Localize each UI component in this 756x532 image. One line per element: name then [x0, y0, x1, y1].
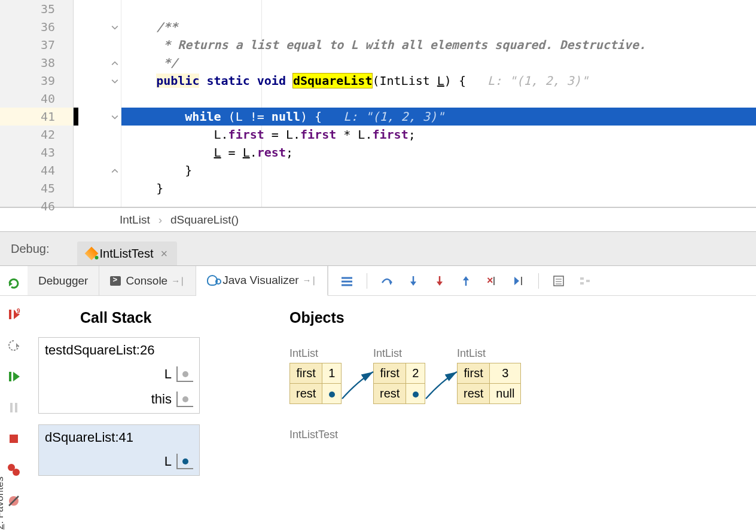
pin-icon[interactable]: →∣	[303, 275, 316, 286]
variable-name: this	[151, 392, 172, 407]
line-number: 40	[0, 90, 73, 108]
pointer-arrows	[289, 309, 756, 532]
tab-console[interactable]: Console→∣	[99, 266, 196, 295]
mute-breakpoints-button[interactable]	[6, 493, 22, 509]
line-number: 45	[0, 179, 73, 197]
line-number: 35	[0, 0, 73, 18]
doc-comment: * Returns a list equal to L with all ele…	[156, 38, 646, 52]
pointer-slot	[176, 392, 193, 407]
resume-program-button[interactable]: 9	[6, 307, 22, 322]
debug-toolbar: Debugger Console→∣ Java Visualizer→∣ ×	[0, 266, 756, 296]
object-type-label: IntList	[373, 347, 402, 360]
svg-marker-28	[13, 372, 20, 381]
run-config-name: IntListTest	[100, 247, 154, 261]
pause-button[interactable]	[6, 400, 22, 415]
show-execution-point-icon[interactable]	[340, 274, 353, 288]
svg-marker-26	[16, 343, 19, 348]
line-number: 37	[0, 36, 73, 54]
frame-title: testdSquareList:26	[39, 338, 199, 363]
fold-end-icon	[111, 59, 118, 66]
fold-toggle-icon[interactable]	[111, 23, 118, 30]
svg-rect-31	[10, 435, 18, 443]
object-type-label: IntList	[289, 347, 318, 360]
pointer-slot	[176, 366, 193, 382]
param: L	[437, 74, 444, 88]
line-number: 43	[0, 143, 73, 161]
evaluate-expression-icon[interactable]	[552, 274, 565, 288]
debug-panel-header: Debug: IntListTest ×	[0, 231, 756, 266]
run-to-cursor-icon[interactable]	[512, 274, 525, 288]
force-step-into-icon[interactable]	[433, 274, 446, 288]
svg-rect-30	[15, 403, 17, 412]
pointer-dot	[329, 392, 335, 398]
object-type-label: IntList	[457, 347, 486, 360]
stop-button[interactable]	[6, 431, 22, 447]
code-area[interactable]: /** * Returns a list equal to L with all…	[121, 0, 756, 207]
stack-frame-active[interactable]: dSquareList:41 L	[38, 424, 200, 476]
line-number: 42	[0, 126, 73, 143]
inline-hint: L: "(1, 2, 3)"	[487, 74, 589, 88]
code-editor[interactable]: 35 36 37 38 39 40 41 42 43 44 45 46 /** …	[0, 0, 756, 207]
coffee-icon	[207, 275, 218, 286]
svg-marker-9	[463, 276, 469, 280]
tab-java-visualizer[interactable]: Java Visualizer→∣	[196, 266, 327, 296]
tab-debugger[interactable]: Debugger	[28, 266, 99, 295]
trace-current-stream-chain-icon[interactable]	[578, 274, 592, 288]
frame-title: dSquareList:41	[39, 425, 199, 450]
run-config-tab[interactable]: IntListTest ×	[77, 241, 178, 265]
keyword: void	[257, 74, 286, 88]
stack-frame[interactable]: testdSquareList:26 L this	[38, 337, 200, 414]
current-execution-line: while (L != null) { L: "(1, 2, 3)"	[121, 108, 756, 126]
svg-rect-29	[10, 403, 13, 412]
svg-marker-7	[437, 282, 443, 286]
resume-button[interactable]	[6, 369, 22, 384]
code-text: ) {	[444, 74, 466, 88]
step-over-icon[interactable]	[380, 274, 394, 288]
pointer-slot	[176, 454, 193, 469]
view-breakpoints-button[interactable]	[6, 462, 22, 478]
rerun-button[interactable]	[6, 276, 22, 291]
fold-end-icon	[111, 166, 118, 173]
console-icon	[110, 276, 121, 286]
fold-toggle-icon[interactable]	[111, 112, 118, 120]
step-out-icon[interactable]	[459, 274, 472, 288]
svg-marker-5	[410, 282, 416, 286]
object-type-label: IntListTest	[289, 429, 338, 441]
svg-rect-22	[9, 310, 11, 319]
line-number: 46	[0, 197, 73, 215]
svg-rect-27	[9, 372, 11, 381]
close-icon[interactable]: ×	[161, 247, 168, 261]
svg-marker-21	[9, 282, 13, 286]
code-text: }	[121, 179, 756, 197]
objects-title: Objects	[289, 309, 745, 326]
debug-actions-column: 9	[0, 236, 28, 509]
variable-name: L	[164, 454, 172, 469]
run-config-icon	[84, 247, 98, 261]
inline-hint: L: "(1, 2, 3)"	[343, 109, 444, 124]
doc-comment: */	[156, 56, 178, 70]
code-text: (IntList	[372, 74, 437, 88]
pin-icon[interactable]: →∣	[171, 276, 185, 286]
svg-rect-19	[580, 282, 584, 285]
execution-marker	[74, 108, 78, 126]
svg-text:9: 9	[17, 308, 20, 314]
svg-rect-20	[586, 280, 590, 282]
code-text: }	[121, 161, 756, 179]
svg-point-33	[13, 469, 20, 476]
svg-text:×: ×	[487, 274, 493, 286]
drop-frame-icon[interactable]: ×	[486, 274, 499, 288]
method-name: dSquareList	[293, 74, 372, 88]
step-into-icon[interactable]	[407, 274, 420, 288]
keyword: static	[206, 74, 249, 88]
keyword: public	[156, 74, 199, 88]
fold-toggle-icon[interactable]	[111, 77, 118, 84]
update-running-application-button[interactable]	[6, 338, 22, 353]
fold-column	[74, 0, 121, 207]
svg-marker-12	[514, 277, 519, 285]
line-number: 39	[0, 72, 73, 90]
variable-name: L	[164, 366, 172, 382]
heap-object: first2rest	[373, 363, 425, 404]
gutter: 35 36 37 38 39 40 41 42 43 44 45 46	[0, 0, 74, 207]
favorites-tool-window-tab[interactable]: 2: Favorites	[0, 476, 6, 530]
svg-rect-18	[580, 277, 584, 280]
